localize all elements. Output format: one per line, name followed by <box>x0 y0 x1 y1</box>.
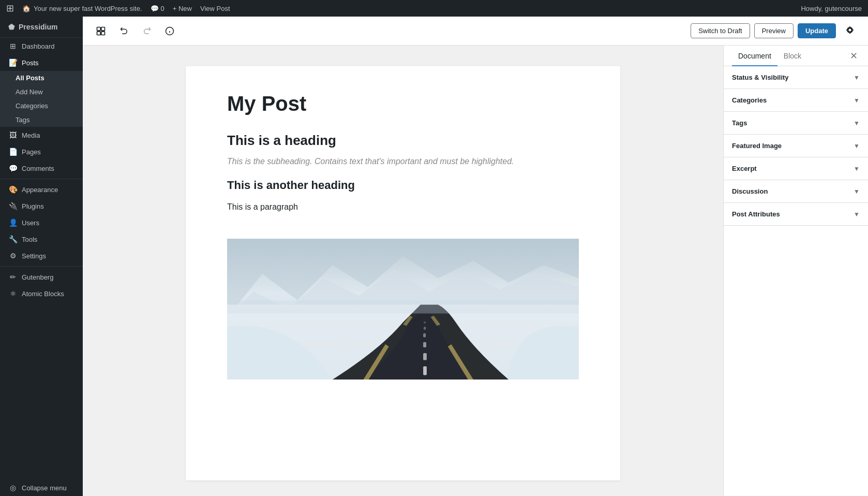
gutenberg-icon: ✏ <box>8 273 18 281</box>
svg-rect-16 <box>424 321 426 323</box>
pages-icon: 📄 <box>8 148 18 156</box>
sidebar-item-settings[interactable]: ⚙ Settings <box>0 247 83 264</box>
settings-icon: ⚙ <box>8 252 18 260</box>
panel-content: Status & Visibility ▼ Categories ▼ <box>724 66 868 496</box>
block-paragraph[interactable]: This is a paragraph <box>227 200 579 214</box>
editor-toolbar: Switch to Draft Preview Update <box>83 17 868 46</box>
sidebar-item-atomic-blocks[interactable]: ⚛ Atomic Blocks <box>0 285 83 302</box>
panel-tabs: Document Block ✕ <box>724 46 868 66</box>
block-heading-1[interactable]: This is a heading <box>227 133 579 149</box>
sidebar-item-posts[interactable]: 📝 Posts <box>0 54 83 71</box>
panel-section-header-featured-image[interactable]: Featured Image ▼ <box>724 135 868 157</box>
sidebar-subitem-tags[interactable]: Tags <box>0 113 83 127</box>
panel-section-header-categories[interactable]: Categories ▼ <box>724 89 868 111</box>
panel-section-status-visibility: Status & Visibility ▼ <box>724 66 868 89</box>
sidebar-item-appearance[interactable]: 🎨 Appearance <box>0 181 83 198</box>
panel-section-excerpt: Excerpt ▼ <box>724 157 868 180</box>
sidebar-item-plugins[interactable]: 🔌 Plugins <box>0 198 83 214</box>
panel-section-header-discussion[interactable]: Discussion ▼ <box>724 180 868 202</box>
chevron-down-icon: ▼ <box>854 74 860 81</box>
atomic-blocks-icon: ⚛ <box>8 289 18 298</box>
block-image[interactable] <box>227 226 579 392</box>
site-home-icon: 🏠 <box>22 5 31 12</box>
wp-logo-icon[interactable]: ⊞ <box>6 3 14 14</box>
chevron-down-icon: ▼ <box>854 211 860 218</box>
svg-rect-12 <box>423 353 427 360</box>
chevron-down-icon: ▼ <box>854 97 860 104</box>
sidebar: ⬟ Pressidium ⊞ Dashboard 📝 Posts All Pos… <box>0 17 83 496</box>
svg-rect-3 <box>101 31 105 35</box>
sidebar-item-dashboard[interactable]: ⊞ Dashboard <box>0 38 83 54</box>
svg-rect-11 <box>423 366 427 375</box>
collapse-icon: ◎ <box>8 484 18 492</box>
comments-sidebar-icon: 💬 <box>8 164 18 172</box>
svg-rect-15 <box>424 327 426 330</box>
sidebar-item-pages[interactable]: 📄 Pages <box>0 143 83 160</box>
howdy-text[interactable]: Howdy, gutencourse <box>801 5 862 12</box>
redo-button[interactable] <box>138 23 156 39</box>
chevron-down-icon: ▼ <box>854 142 860 150</box>
new-link[interactable]: + New <box>173 5 192 12</box>
panel-section-header-tags[interactable]: Tags ▼ <box>724 112 868 134</box>
editor-settings-button[interactable] <box>840 21 860 41</box>
panel-section-tags: Tags ▼ <box>724 112 868 135</box>
tools-icon: 🔧 <box>8 235 18 243</box>
tab-block[interactable]: Block <box>777 46 807 66</box>
posts-icon: 📝 <box>8 59 18 67</box>
sidebar-item-media[interactable]: 🖼 Media <box>0 127 83 143</box>
post-title[interactable]: My Post <box>227 91 579 116</box>
sidebar-collapse-menu[interactable]: ◎ Collapse menu <box>0 479 83 496</box>
editor-content-area: My Post This is a heading This is the su… <box>83 46 723 496</box>
switch-to-draft-button[interactable]: Switch to Draft <box>691 23 750 38</box>
info-button[interactable] <box>160 23 179 39</box>
right-panel: Document Block ✕ Status & Visibility ▼ <box>723 46 868 496</box>
chevron-down-icon: ▼ <box>854 165 860 172</box>
panel-section-header-excerpt[interactable]: Excerpt ▼ <box>724 157 868 180</box>
block-heading-2[interactable]: This is another heading <box>227 179 579 192</box>
comments-link[interactable]: 💬 0 <box>151 5 164 12</box>
panel-section-header-post-attributes[interactable]: Post Attributes ▼ <box>724 203 868 225</box>
sidebar-subitem-categories[interactable]: Categories <box>0 99 83 113</box>
panel-section-categories: Categories ▼ <box>724 89 868 112</box>
svg-rect-14 <box>423 333 426 337</box>
block-subheading[interactable]: This is the subheading. Contains text th… <box>227 157 579 166</box>
panel-section-post-attributes: Post Attributes ▼ <box>724 203 868 226</box>
media-icon: 🖼 <box>8 131 18 139</box>
undo-button[interactable] <box>115 23 133 39</box>
users-icon: 👤 <box>8 218 18 227</box>
sidebar-item-users[interactable]: 👤 Users <box>0 214 83 231</box>
admin-bar: ⊞ 🏠 Your new super fast WordPress site. … <box>0 0 868 17</box>
tab-document[interactable]: Document <box>732 46 777 66</box>
brand-icon: ⬟ <box>8 23 14 31</box>
chevron-down-icon: ▼ <box>854 188 860 195</box>
svg-rect-1 <box>101 27 105 31</box>
svg-rect-0 <box>97 27 101 31</box>
chevron-down-icon: ▼ <box>854 120 860 127</box>
panel-close-button[interactable]: ✕ <box>848 48 860 64</box>
panel-section-discussion: Discussion ▼ <box>724 180 868 203</box>
sidebar-item-gutenberg[interactable]: ✏ Gutenberg <box>0 269 83 285</box>
sidebar-brand[interactable]: ⬟ Pressidium <box>0 17 83 38</box>
sidebar-item-comments[interactable]: 💬 Comments <box>0 160 83 177</box>
post-editor[interactable]: My Post This is a heading This is the su… <box>186 66 620 480</box>
update-button[interactable]: Update <box>798 23 836 38</box>
svg-rect-2 <box>97 31 101 35</box>
sidebar-subitem-all-posts[interactable]: All Posts <box>0 71 83 85</box>
comments-icon: 💬 <box>151 5 159 12</box>
appearance-icon: 🎨 <box>8 185 18 194</box>
site-name[interactable]: 🏠 Your new super fast WordPress site. <box>22 5 142 12</box>
sidebar-item-tools[interactable]: 🔧 Tools <box>0 231 83 247</box>
sidebar-subitem-add-new[interactable]: Add New <box>0 85 83 99</box>
panel-section-featured-image: Featured Image ▼ <box>724 135 868 157</box>
svg-rect-13 <box>423 342 426 347</box>
panel-section-header-status-visibility[interactable]: Status & Visibility ▼ <box>724 66 868 89</box>
add-block-button[interactable] <box>91 22 111 40</box>
preview-button[interactable]: Preview <box>754 23 794 38</box>
dashboard-icon: ⊞ <box>8 42 18 50</box>
view-post-link[interactable]: View Post <box>200 5 230 12</box>
svg-rect-17 <box>227 300 579 314</box>
plugins-icon: 🔌 <box>8 202 18 210</box>
